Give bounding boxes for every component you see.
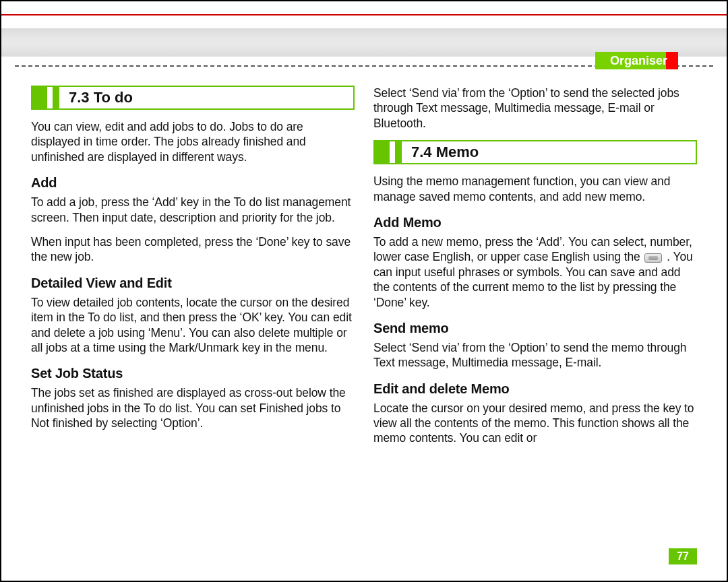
- para-add-1: To add a job, press the ‘Add’ key in the…: [31, 195, 355, 225]
- para-send-via-top: Select ‘Send via’ from the ‘Option’ to s…: [373, 86, 697, 131]
- top-rule-red: [1, 14, 727, 15]
- para-set-job-status: The jobs set as finished are displayed a…: [31, 385, 355, 430]
- page-number: 77: [669, 548, 697, 564]
- page-number-text: 77: [677, 550, 689, 562]
- heading-set-job-status: Set Job Status: [31, 366, 355, 381]
- left-column: 7.3 To do You can view, edit and add job…: [31, 86, 355, 547]
- key-icon: [644, 253, 662, 263]
- para-memo-intro: Using the memo management function, you …: [373, 174, 697, 204]
- heading-detailed-view: Detailed View and Edit: [31, 276, 355, 291]
- section-band-memo: 7.4 Memo: [373, 140, 697, 164]
- band-block-left: [32, 87, 47, 108]
- band-title: 7.4 Memo: [402, 143, 479, 161]
- heading-add: Add: [31, 175, 355, 191]
- heading-add-memo: Add Memo: [373, 215, 697, 230]
- todo-intro: You can view, edit and add jobs to do. J…: [31, 119, 355, 164]
- para-detailed-view: To view detailed job contents, locate th…: [31, 295, 355, 356]
- section-label: Organiser: [595, 52, 678, 69]
- section-label-text: Organiser: [610, 54, 667, 68]
- band-block-left: [375, 141, 390, 163]
- band-block-small: [53, 87, 59, 108]
- para-add-memo: To add a new memo, press the ‘Add’. You …: [373, 234, 697, 310]
- para-add-2: When input has been completed, press the…: [31, 234, 355, 265]
- heading-send-memo: Send memo: [373, 321, 697, 336]
- section-band-todo: 7.3 To do: [31, 86, 355, 110]
- band-block-small: [395, 141, 402, 163]
- manual-page: Organiser 7.3 To do You can view, edit a…: [0, 0, 728, 582]
- right-column: Select ‘Send via’ from the ‘Option’ to s…: [373, 86, 697, 547]
- para-send-memo: Select ‘Send via’ from the ‘Option’ to s…: [373, 340, 697, 370]
- content-columns: 7.3 To do You can view, edit and add job…: [31, 86, 697, 547]
- heading-edit-delete-memo: Edit and delete Memo: [373, 381, 697, 397]
- para-edit-delete-memo: Locate the cursor on your desired memo, …: [373, 401, 697, 446]
- band-title: 7.3 To do: [59, 89, 133, 106]
